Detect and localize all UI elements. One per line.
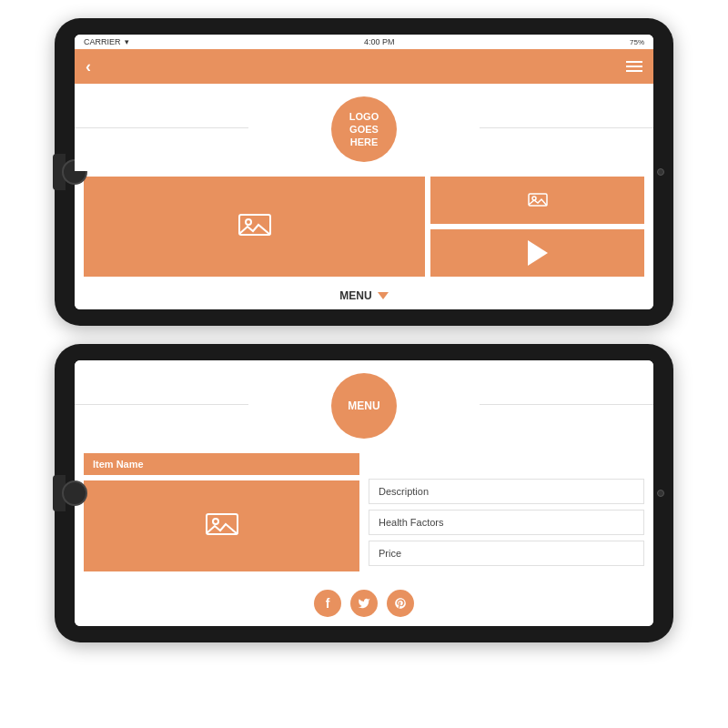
media-image-large[interactable] (84, 177, 425, 277)
pinterest-icon[interactable] (387, 590, 414, 617)
social-icons-row: f (75, 581, 653, 626)
nav-bar: ‹ (75, 49, 653, 84)
item-name-bar: Item Name (84, 453, 359, 475)
play-icon (528, 240, 548, 266)
menu-circle-area: MENU (75, 360, 653, 448)
menu-row[interactable]: MENU (75, 282, 653, 309)
svg-point-5 (213, 519, 218, 524)
description-field[interactable]: Description (369, 479, 644, 504)
item-image-box[interactable] (84, 480, 359, 571)
menu-dropdown-icon (378, 292, 389, 299)
health-factors-field[interactable]: Health Factors (369, 510, 644, 535)
media-image-small[interactable] (430, 177, 644, 224)
tablet-screen-top: CARRIER ▾ 4:00 PM 75% ‹ LOGO GOES HERE (75, 35, 653, 309)
item-image-placeholder (206, 513, 238, 539)
media-grid (75, 171, 653, 282)
price-field[interactable]: Price (369, 541, 644, 566)
tablet-camera-2 (657, 490, 664, 497)
tablet-camera (657, 168, 664, 176)
twitter-icon[interactable] (350, 590, 378, 617)
svg-point-1 (246, 219, 251, 225)
tablet-device-bottom: MENU Item Name (55, 344, 673, 642)
item-left-column: Item Name (84, 453, 359, 571)
status-carrier: CARRIER ▾ (84, 37, 129, 46)
back-button[interactable]: ‹ (86, 57, 91, 76)
media-play-button[interactable] (430, 229, 644, 277)
logo-circle: LOGO GOES HERE (331, 96, 397, 162)
image-placeholder-large (238, 214, 271, 239)
status-battery: 75% (630, 38, 644, 46)
menu-label: MENU (339, 289, 371, 302)
svg-rect-2 (529, 194, 547, 206)
menu-circle[interactable]: MENU (331, 373, 397, 439)
status-time: 4:00 PM (364, 37, 395, 46)
tablet-screen-bottom: MENU Item Name (75, 360, 653, 626)
item-detail-area: Item Name Description (75, 448, 653, 581)
facebook-icon[interactable]: f (314, 590, 341, 617)
image-placeholder-small (528, 193, 548, 208)
status-bar: CARRIER ▾ 4:00 PM 75% (75, 35, 653, 49)
media-right-column (430, 177, 644, 277)
tablet-device-top: CARRIER ▾ 4:00 PM 75% ‹ LOGO GOES HERE (55, 18, 673, 326)
logo-area: LOGO GOES HERE (75, 84, 653, 171)
item-right-column: Description Health Factors Price (369, 453, 644, 571)
tablet-home-button-2[interactable] (62, 480, 87, 506)
hamburger-menu-icon[interactable] (626, 61, 642, 72)
